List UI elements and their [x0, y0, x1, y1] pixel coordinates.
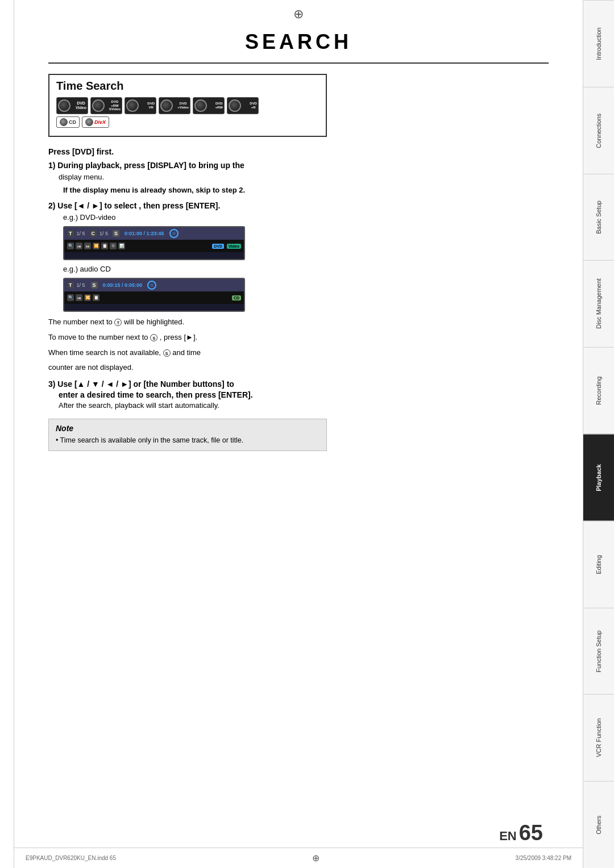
sidebar-tab-editing[interactable]: Editing: [583, 521, 614, 608]
dvd-svideo-icon: DVD+RWSVideo: [90, 97, 122, 114]
small-icons-row: CD DivX: [56, 116, 319, 128]
step-1: 1) During playback, press [DISPLAY] to b…: [48, 161, 549, 195]
page-number: 65: [519, 821, 543, 845]
sidebar-tab-connections[interactable]: Connections: [583, 87, 614, 174]
step3-desc: After the search, playback will start au…: [59, 401, 549, 410]
bottom-left-text: E9PKAUD_DVR620KU_EN.indd 65: [26, 855, 116, 861]
eg1-label: e.g.) DVD-video: [63, 213, 549, 222]
sidebar-tab-introduction[interactable]: Introduction: [583, 0, 614, 87]
dvd-vr-icon: DVDVR: [125, 97, 156, 114]
bottom-bar: E9PKAUD_DVR620KU_EN.indd 65 ⊕ 3/25/2009 …: [14, 848, 583, 868]
press-dvd-text: Press [DVD] first.: [48, 147, 549, 156]
dvd-r-icon: DVD+R: [227, 97, 259, 114]
main-content: ⊕ SEARCH Time Search DVDVideo DV: [14, 0, 583, 868]
time-search-section: Time Search DVDVideo DVD+RWSVideo: [48, 74, 327, 137]
move-text: To move to the number next to S , press …: [48, 332, 549, 344]
note-box: Note • Time search is available only in …: [48, 419, 327, 451]
step1-if: If the display menu is already shown, sk…: [63, 185, 549, 196]
sidebar-tab-playback[interactable]: Playback: [583, 434, 614, 521]
note-title: Note: [56, 424, 320, 433]
step1-header: 1) During playback, press [DISPLAY] to b…: [48, 161, 549, 170]
note-text: • Time search is available only in the s…: [56, 435, 320, 446]
step-3: 3) Use [▲ / ▼ / ◄ / ►] or [the Number bu…: [48, 379, 549, 410]
left-border: [0, 0, 14, 868]
sidebar-tab-others[interactable]: Others: [583, 781, 614, 868]
dvd-video-mode-icon: DVD+Video: [159, 97, 190, 114]
page-title: SEARCH: [48, 24, 549, 64]
not-available-text: When time search is not available, S and…: [48, 347, 549, 359]
step-2: 2) Use [◄ / ►] to select , then press [E…: [48, 201, 549, 374]
cd-icon: CD: [56, 116, 80, 128]
sidebar-tab-function-setup[interactable]: Function Setup: [583, 608, 614, 695]
right-sidebar: Introduction Connections Basic Setup Dis…: [583, 0, 614, 868]
dvd-video-icon: DVDVideo: [56, 97, 88, 114]
eg2-label: e.g.) audio CD: [63, 265, 549, 273]
not-available-text2: counter are not displayed.: [48, 362, 549, 374]
step2-header: 2) Use [◄ / ►] to select , then press [E…: [48, 201, 549, 210]
divx-icon: DivX: [82, 116, 109, 128]
dvd-rw-icon: DVD+RW: [193, 97, 225, 114]
dvd-display-screen: T 1/ 5 C 1/ 5 S 0:01:00 / 1:23:45 ⊙ 🔍 ⏮ …: [63, 226, 245, 260]
step3-sub: enter a desired time to search, then pre…: [59, 390, 549, 399]
sidebar-tab-basic-setup[interactable]: Basic Setup: [583, 174, 614, 261]
sidebar-tab-vcr-function[interactable]: VCR Function: [583, 694, 614, 781]
step3-header: 3) Use [▲ / ▼ / ◄ / ►] or [the Number bu…: [48, 379, 549, 389]
highlight-text: The number next to T will be highlighted…: [48, 316, 549, 328]
bottom-right-text: 3/25/2009 3:48:22 PM: [516, 855, 571, 861]
time-search-title: Time Search: [56, 80, 319, 93]
sidebar-tab-disc-management[interactable]: Disc Management: [583, 260, 614, 347]
step1-line2: display menu.: [59, 172, 549, 183]
en-label: EN: [499, 829, 517, 844]
cd-display-screen: T 1/ 5 S 0:00:15 / 0:05:00 ⊙ 🔍 ⏮ 🔀 📋 CD: [63, 278, 245, 312]
sidebar-tab-recording[interactable]: Recording: [583, 347, 614, 434]
bottom-compass: ⊕: [116, 853, 516, 863]
top-compass-icon: ⊕: [48, 0, 549, 24]
disc-icons-row: DVDVideo DVD+RWSVideo DVDVR: [56, 97, 319, 114]
page-number-area: EN 65: [499, 821, 543, 845]
